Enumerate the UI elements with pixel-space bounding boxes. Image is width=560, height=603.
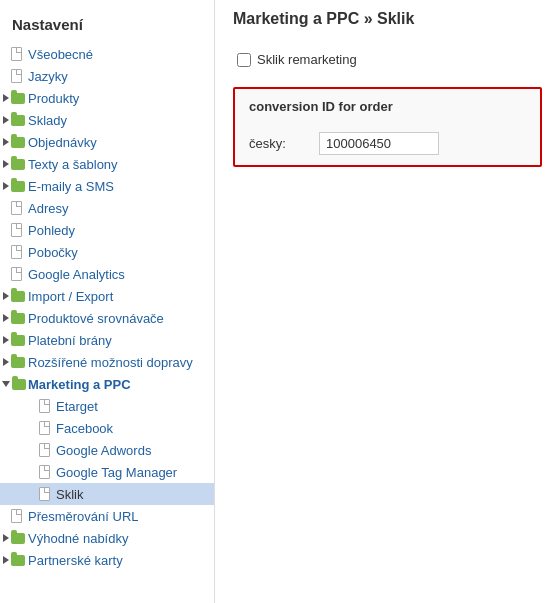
sklik-remarketing-label[interactable]: Sklik remarketing bbox=[257, 52, 357, 67]
file-icon bbox=[36, 486, 52, 502]
folder-icon bbox=[8, 552, 24, 568]
arrow-right-icon bbox=[3, 534, 9, 542]
sidebar-item-label: Pobočky bbox=[28, 245, 78, 260]
arrow-right-icon bbox=[3, 292, 9, 300]
file-shape bbox=[11, 69, 22, 83]
folder-shape bbox=[12, 379, 26, 390]
sidebar-item-label: Import / Export bbox=[28, 289, 113, 304]
folder-shape bbox=[11, 159, 25, 170]
file-icon bbox=[36, 464, 52, 480]
sidebar-item-adresy[interactable]: Adresy bbox=[0, 197, 214, 219]
folder-icon bbox=[8, 156, 24, 172]
sidebar-item-emaily[interactable]: E-maily a SMS bbox=[0, 175, 214, 197]
file-icon bbox=[8, 200, 24, 216]
arrow-right-icon bbox=[3, 182, 9, 190]
file-shape bbox=[11, 223, 22, 237]
file-shape bbox=[39, 465, 50, 479]
sidebar-item-google-analytics[interactable]: Google Analytics bbox=[0, 263, 214, 285]
sidebar-item-presmerovani[interactable]: Přesměrování URL bbox=[0, 505, 214, 527]
field-label: česky: bbox=[249, 136, 309, 151]
sidebar-item-jazyky[interactable]: Jazyky bbox=[0, 65, 214, 87]
sidebar-item-label: Produkty bbox=[28, 91, 79, 106]
sklik-remarketing-checkbox[interactable] bbox=[237, 53, 251, 67]
file-shape bbox=[11, 201, 22, 215]
sidebar-item-facebook[interactable]: Facebook bbox=[0, 417, 214, 439]
conversion-box-title: conversion ID for order bbox=[249, 99, 526, 122]
sidebar-item-label: Sklik bbox=[56, 487, 83, 502]
folder-shape bbox=[11, 335, 25, 346]
sidebar-item-texty[interactable]: Texty a šablony bbox=[0, 153, 214, 175]
sidebar-item-label: Partnerské karty bbox=[28, 553, 123, 568]
file-shape bbox=[11, 245, 22, 259]
sidebar-item-label: Objednávky bbox=[28, 135, 97, 150]
folder-icon bbox=[8, 90, 24, 106]
sidebar-item-label: E-maily a SMS bbox=[28, 179, 114, 194]
sidebar-item-sklik[interactable]: Sklik bbox=[0, 483, 214, 505]
sidebar-item-label: Google Tag Manager bbox=[56, 465, 177, 480]
sidebar-item-google-adwords[interactable]: Google Adwords bbox=[0, 439, 214, 461]
arrow-right-icon bbox=[3, 556, 9, 564]
arrow-right-icon bbox=[3, 138, 9, 146]
file-icon bbox=[8, 68, 24, 84]
folder-shape bbox=[11, 313, 25, 324]
arrow-right-icon bbox=[3, 358, 9, 366]
folder-icon bbox=[8, 354, 24, 370]
conversion-id-input[interactable] bbox=[319, 132, 439, 155]
sidebar-item-google-tag-manager[interactable]: Google Tag Manager bbox=[0, 461, 214, 483]
file-icon bbox=[8, 266, 24, 282]
sidebar-item-label: Etarget bbox=[56, 399, 98, 414]
sidebar-item-label: Google Adwords bbox=[56, 443, 151, 458]
sidebar-item-produktove-srovnavace[interactable]: Produktové srovnávače bbox=[0, 307, 214, 329]
folder-shape bbox=[11, 291, 25, 302]
folder-shape bbox=[11, 357, 25, 368]
sidebar-item-label: Facebook bbox=[56, 421, 113, 436]
file-shape bbox=[11, 267, 22, 281]
file-shape bbox=[39, 421, 50, 435]
sidebar-item-label: Adresy bbox=[28, 201, 68, 216]
file-shape bbox=[11, 47, 22, 61]
sidebar-item-label: Jazyky bbox=[28, 69, 68, 84]
sidebar-item-sklady[interactable]: Sklady bbox=[0, 109, 214, 131]
sidebar-item-label: Sklady bbox=[28, 113, 67, 128]
sidebar-item-rozsirene-moznosti[interactable]: Rozšířené možnosti dopravy bbox=[0, 351, 214, 373]
sidebar-item-import-export[interactable]: Import / Export bbox=[0, 285, 214, 307]
file-icon bbox=[36, 398, 52, 414]
folder-shape bbox=[11, 137, 25, 148]
conversion-id-box: conversion ID for order česky: bbox=[233, 87, 542, 167]
folder-icon bbox=[8, 178, 24, 194]
file-icon bbox=[8, 46, 24, 62]
sidebar-item-platebni-brany[interactable]: Platební brány bbox=[0, 329, 214, 351]
folder-shape bbox=[11, 533, 25, 544]
arrow-right-icon bbox=[3, 94, 9, 102]
file-icon bbox=[8, 222, 24, 238]
sidebar-item-label: Všeobecné bbox=[28, 47, 93, 62]
folder-icon bbox=[8, 530, 24, 546]
folder-icon bbox=[8, 332, 24, 348]
folder-shape bbox=[11, 181, 25, 192]
sidebar-item-pobocky[interactable]: Pobočky bbox=[0, 241, 214, 263]
file-icon bbox=[8, 244, 24, 260]
sidebar-item-vyhodne-nabidky[interactable]: Výhodné nabídky bbox=[0, 527, 214, 549]
folder-icon bbox=[8, 310, 24, 326]
file-shape bbox=[39, 487, 50, 501]
sidebar-item-partnerske-karty[interactable]: Partnerské karty bbox=[0, 549, 214, 571]
sidebar-item-label: Platební brány bbox=[28, 333, 112, 348]
sidebar-item-label: Výhodné nabídky bbox=[28, 531, 128, 546]
folder-icon bbox=[8, 376, 24, 392]
sidebar-item-produkty[interactable]: Produkty bbox=[0, 87, 214, 109]
sidebar-item-pohledy[interactable]: Pohledy bbox=[0, 219, 214, 241]
sidebar-item-etarget[interactable]: Etarget bbox=[0, 395, 214, 417]
arrow-right-icon bbox=[3, 314, 9, 322]
sidebar-item-vseobecne[interactable]: Všeobecné bbox=[0, 43, 214, 65]
sidebar: Nastavení VšeobecnéJazykyProduktySkladyO… bbox=[0, 0, 215, 603]
folder-icon bbox=[8, 134, 24, 150]
arrow-right-icon bbox=[3, 116, 9, 124]
sidebar-item-label: Marketing a PPC bbox=[28, 377, 131, 392]
sklik-remarketing-row: Sklik remarketing bbox=[233, 46, 542, 73]
sidebar-item-objednavky[interactable]: Objednávky bbox=[0, 131, 214, 153]
folder-shape bbox=[11, 93, 25, 104]
file-icon bbox=[36, 420, 52, 436]
file-icon bbox=[36, 442, 52, 458]
sidebar-item-marketing-ppc[interactable]: Marketing a PPC bbox=[0, 373, 214, 395]
field-row: česky: bbox=[249, 132, 526, 155]
